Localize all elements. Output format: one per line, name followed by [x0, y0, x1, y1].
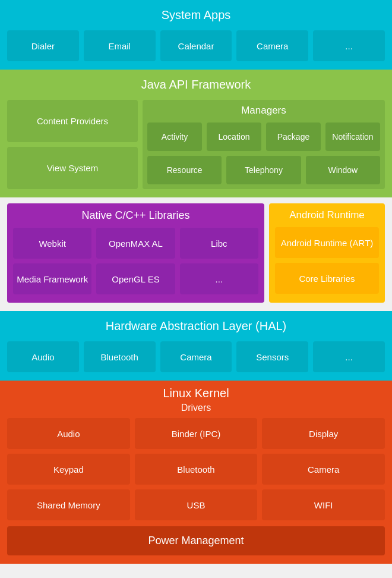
list-item: Media Framework	[13, 263, 91, 294]
linux-row-1: Audio Binder (IPC) Display	[7, 418, 385, 449]
linux-layer: Linux Kernel Drivers Audio Binder (IPC) …	[0, 381, 392, 564]
list-item: Shared Memory	[7, 489, 130, 520]
list-item: Audio	[7, 341, 79, 372]
native-row-1: Webkit OpenMAX AL Libc	[13, 228, 258, 259]
list-item: Window	[306, 156, 380, 184]
list-item: Core Libraries	[275, 263, 379, 294]
manager-row-2: Resource Telephony Window	[147, 156, 380, 184]
list-item: Keypad	[7, 454, 130, 485]
linux-row-2: Keypad Bluetooth Camera	[7, 454, 385, 485]
native-android-section: Native C/C++ Libraries Webkit OpenMAX AL…	[0, 197, 392, 311]
list-item: Package	[266, 122, 321, 151]
system-apps-grid: Dialer Email Calendar Camera ...	[7, 30, 385, 61]
managers-title: Managers	[147, 105, 380, 117]
list-item: WIFI	[262, 489, 385, 520]
list-item: Android Runtime (ART)	[275, 227, 379, 258]
list-item: ...	[313, 341, 385, 372]
native-title: Native C/C++ Libraries	[81, 209, 189, 222]
android-runtime-title: Android Runtime	[289, 209, 365, 221]
list-item: Calendar	[160, 30, 232, 61]
list-item: Resource	[147, 156, 222, 184]
native-grid: Webkit OpenMAX AL Libc Media Framework O…	[13, 228, 258, 294]
list-item: ...	[180, 263, 258, 294]
list-item: ...	[313, 30, 385, 61]
runtime-grid: Android Runtime (ART) Core Libraries	[275, 227, 379, 294]
list-item: Location	[207, 122, 261, 151]
drivers-title: Drivers	[181, 403, 211, 413]
list-item: Telephony	[226, 156, 301, 184]
list-item: Webkit	[13, 228, 91, 259]
list-item: Activity	[147, 122, 202, 151]
list-item: OpenMAX AL	[96, 228, 175, 259]
native-row-2: Media Framework OpenGL ES ...	[13, 263, 258, 294]
native-layer: Native C/C++ Libraries Webkit OpenMAX AL…	[7, 203, 264, 303]
list-item: Camera	[160, 341, 232, 372]
list-item: Display	[262, 418, 385, 449]
android-runtime-layer: Android Runtime Android Runtime (ART) Co…	[269, 203, 385, 303]
system-apps-title: System Apps	[7, 6, 385, 24]
list-item: Bluetooth	[135, 454, 258, 485]
list-item: Content Providers	[7, 100, 138, 142]
list-item: Camera	[236, 30, 308, 61]
list-item: Audio	[7, 418, 130, 449]
list-item: Dialer	[7, 30, 79, 61]
java-api-layer: Java API Framework Content Providers Vie…	[0, 70, 392, 197]
list-item: Camera	[262, 454, 385, 485]
list-item: USB	[135, 489, 258, 520]
java-api-title: Java API Framework	[7, 76, 385, 94]
list-item: Email	[84, 30, 156, 61]
java-api-inner: Content Providers View System Managers A…	[7, 100, 385, 189]
linux-title: Linux Kernel	[163, 387, 229, 400]
list-item: OpenGL ES	[96, 263, 175, 294]
manager-row-1: Activity Location Package Notification	[147, 122, 380, 151]
power-management: Power Management	[7, 526, 385, 555]
list-item: Notification	[325, 122, 380, 151]
hal-layer: Hardware Abstraction Layer (HAL) Audio B…	[0, 311, 392, 381]
hal-title: Hardware Abstraction Layer (HAL)	[7, 317, 385, 335]
list-item: Binder (IPC)	[135, 418, 258, 449]
list-item: Libc	[180, 228, 258, 259]
linux-row-3: Shared Memory USB WIFI	[7, 489, 385, 520]
java-api-right: Managers Activity Location Package Notif…	[143, 100, 385, 189]
system-apps-layer: System Apps Dialer Email Calendar Camera…	[0, 0, 392, 70]
linux-grid: Audio Binder (IPC) Display Keypad Blueto…	[7, 418, 385, 520]
list-item: Sensors	[236, 341, 308, 372]
list-item: Bluetooth	[84, 341, 156, 372]
java-api-left: Content Providers View System	[7, 100, 138, 189]
list-item: View System	[7, 147, 138, 189]
hal-grid: Audio Bluetooth Camera Sensors ...	[7, 341, 385, 372]
